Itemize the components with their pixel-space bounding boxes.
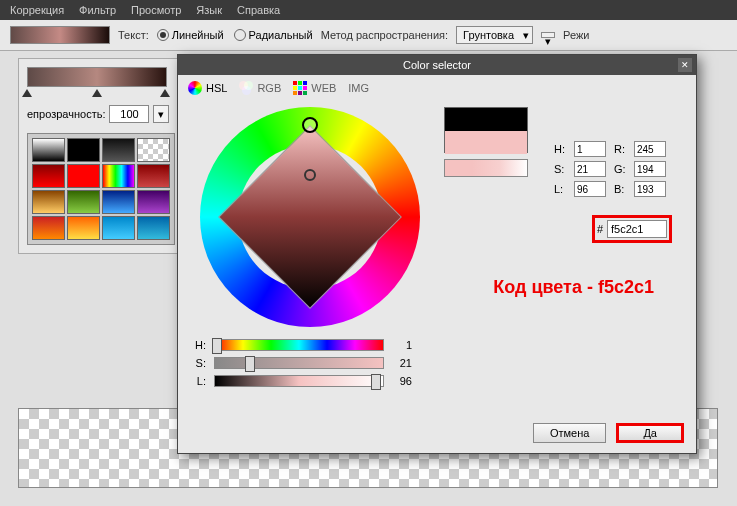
b-input[interactable]: [634, 181, 666, 197]
s-slider[interactable]: [214, 357, 384, 369]
gradient-editor[interactable]: [27, 67, 167, 87]
menu-item[interactable]: Справка: [237, 4, 280, 16]
r-input[interactable]: [634, 141, 666, 157]
value-grid: H: R: S: G: L: B:: [554, 141, 668, 197]
method-select[interactable]: Грунтовка: [456, 26, 533, 44]
swatch[interactable]: [67, 138, 100, 162]
swatch[interactable]: [32, 216, 65, 240]
b-label: B:: [614, 183, 628, 195]
sv-cursor-icon[interactable]: [304, 169, 316, 181]
swatch[interactable]: [32, 164, 65, 188]
tab-hsl[interactable]: HSL: [188, 81, 227, 95]
g-label: G:: [614, 163, 628, 175]
hex-label: #: [597, 223, 603, 235]
s-slider-label: S:: [190, 357, 206, 369]
color-selector-dialog: Color selector ✕ HSL RGB WEB IMG H: 1: [177, 54, 697, 454]
swatch[interactable]: [102, 138, 135, 162]
rgb-icon: [239, 81, 253, 95]
swatch[interactable]: [32, 190, 65, 214]
web-icon: [293, 81, 307, 95]
l-slider-label: L:: [190, 375, 206, 387]
h-slider[interactable]: [214, 339, 384, 351]
l-label: L:: [554, 183, 568, 195]
menu-item[interactable]: Просмотр: [131, 4, 181, 16]
radio-radial[interactable]: Радиальный: [234, 29, 313, 41]
cancel-button[interactable]: Отмена: [533, 423, 606, 443]
method-label: Метод распространения:: [321, 29, 448, 41]
r-label: R:: [614, 143, 628, 155]
dialog-title: Color selector ✕: [178, 55, 696, 75]
tab-img[interactable]: IMG: [348, 82, 369, 94]
mode-label: Режи: [563, 29, 589, 41]
menubar: Коррекция Фильтр Просмотр Язык Справка: [0, 0, 737, 20]
method-dropdown[interactable]: [541, 32, 555, 38]
tab-rgb[interactable]: RGB: [239, 81, 281, 95]
h-slider-label: H:: [190, 339, 206, 351]
new-color[interactable]: [445, 131, 527, 154]
radio-icon: [157, 29, 169, 41]
ok-button[interactable]: Да: [616, 423, 684, 443]
hue-cursor-icon[interactable]: [302, 117, 318, 133]
annotation-text: Код цвета - f5c2c1: [493, 277, 654, 298]
l-slider[interactable]: [214, 375, 384, 387]
swatch[interactable]: [102, 216, 135, 240]
menu-item[interactable]: Коррекция: [10, 4, 64, 16]
swatch[interactable]: [137, 164, 170, 188]
g-input[interactable]: [634, 161, 666, 177]
swatch[interactable]: [137, 190, 170, 214]
opacity-stepper[interactable]: ▾: [153, 105, 169, 123]
text-label: Текст:: [118, 29, 149, 41]
radio-linear[interactable]: Линейный: [157, 29, 224, 41]
swatch[interactable]: [137, 216, 170, 240]
h-label: H:: [554, 143, 568, 155]
swatch[interactable]: [67, 216, 100, 240]
swatch[interactable]: [137, 138, 170, 162]
hex-input[interactable]: [607, 220, 667, 238]
menu-item[interactable]: Фильтр: [79, 4, 116, 16]
l-slider-value: 96: [392, 375, 412, 387]
opacity-input[interactable]: [109, 105, 149, 123]
menu-item[interactable]: Язык: [196, 4, 222, 16]
tab-bar: HSL RGB WEB IMG: [178, 75, 696, 101]
h-input[interactable]: [574, 141, 606, 157]
gradient-preview[interactable]: [10, 26, 110, 44]
swatch[interactable]: [67, 164, 100, 188]
old-color[interactable]: [445, 108, 527, 131]
s-label: S:: [554, 163, 568, 175]
hsl-icon: [188, 81, 202, 95]
tint-strip[interactable]: [444, 159, 528, 177]
swatch[interactable]: [67, 190, 100, 214]
swatch-grid: [27, 133, 175, 245]
s-input[interactable]: [574, 161, 606, 177]
h-slider-value: 1: [392, 339, 412, 351]
hex-row: #: [592, 215, 672, 243]
toolbar: Текст: Линейный Радиальный Метод распрос…: [0, 20, 737, 51]
l-input[interactable]: [574, 181, 606, 197]
swatch[interactable]: [102, 164, 135, 188]
s-slider-value: 21: [392, 357, 412, 369]
swatch[interactable]: [32, 138, 65, 162]
tab-web[interactable]: WEB: [293, 81, 336, 95]
close-icon[interactable]: ✕: [678, 58, 692, 72]
color-compare: [444, 107, 528, 153]
color-wheel[interactable]: [200, 107, 420, 327]
radio-icon: [234, 29, 246, 41]
opacity-label: епрозрачность:: [27, 108, 105, 120]
swatch[interactable]: [102, 190, 135, 214]
gradient-sidebar: епрозрачность: ▾: [18, 58, 178, 254]
